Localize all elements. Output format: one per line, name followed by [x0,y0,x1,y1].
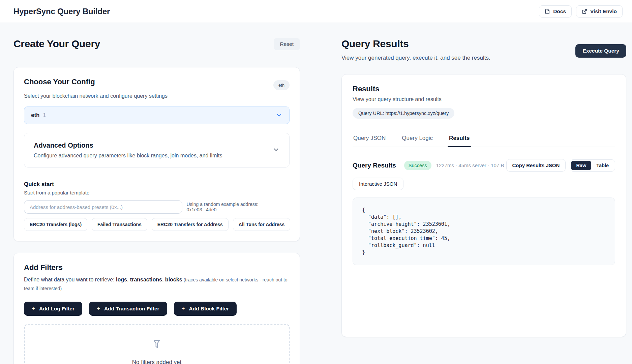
page-title-left: Create Your Query [13,37,100,50]
preset-buttons: ERC20 Transfers (logs) Failed Transactio… [24,218,290,231]
network-select-chain-id: 1 [43,112,46,118]
query-stats: 1227ms · 45ms server · 107 B [436,162,504,168]
query-builder-column: Create Your Query Reset Choose Your Conf… [13,37,300,364]
status-badge: Success [404,161,431,170]
quick-start-subtitle: Start from a popular template [24,190,290,195]
add-block-filter-label: Add Block Filter [189,306,229,312]
config-card-subtitle: Select your blockchain network and confi… [24,93,290,99]
advanced-options-subtitle: Configure advanced query parameters like… [34,153,272,159]
plus-icon: + [32,306,35,311]
results-card-subtitle: View your query structure and results [353,96,615,102]
add-transaction-filter-button[interactable]: + Add Transaction Filter [89,302,167,316]
filters-description: Define what data you want to retrieve: l… [24,275,290,293]
address-hint: Using a random example address: 0x1e03..… [187,202,290,212]
external-link-icon [582,9,587,14]
docs-button-label: Docs [553,8,566,14]
filters-desc-sep1: , [127,277,130,282]
filter-buttons: + Add Log Filter + Add Transaction Filte… [24,302,290,316]
copy-results-json-button[interactable]: Copy Results JSON [506,159,566,172]
tab-results[interactable]: Results [448,135,470,147]
preset-all-txns-for-address[interactable]: All Txns for Address [233,218,290,231]
results-json-block: { "data": [], "archive_height": 23523601… [353,198,615,265]
query-results-column: Query Results View your generated query,… [341,37,626,364]
filters-desc-transactions: transactions [130,277,162,282]
app-title: HyperSync Query Builder [13,7,110,16]
add-block-filter-button[interactable]: + Add Block Filter [174,302,237,316]
results-card-title: Results [353,85,615,93]
add-log-filter-button[interactable]: + Add Log Filter [24,302,82,316]
filters-desc-sep2: , [162,277,165,282]
results-json-text: { "data": [], "archive_height": 23523601… [362,207,606,256]
add-transaction-filter-label: Add Transaction Filter [104,306,159,312]
query-results-section-title: Query Results [353,162,396,169]
plus-icon: + [97,306,100,311]
filters-empty-text: No filters added yet [132,359,181,364]
chevron-down-icon [276,112,282,119]
config-card: Choose Your Config eth Select your block… [13,67,300,241]
document-icon [545,9,550,14]
tab-query-logic[interactable]: Query Logic [401,135,433,147]
network-select-name: eth [31,112,40,119]
results-card: Results View your query structure and re… [341,74,626,337]
network-badge: eth [273,80,290,90]
docs-button[interactable]: Docs [539,5,572,18]
funnel-icon [150,338,163,352]
view-toggle-raw[interactable]: Raw [571,161,591,170]
filters-card-title: Add Filters [24,263,290,272]
filters-desc-blocks: blocks [165,277,182,282]
preset-failed-transactions[interactable]: Failed Transactions [92,218,147,231]
top-bar: HyperSync Query Builder Docs Visit Envio [0,0,632,23]
view-toggle-table[interactable]: Table [591,161,614,170]
filters-card: Add Filters Define what data you want to… [13,253,300,364]
tab-query-json[interactable]: Query JSON [353,135,386,147]
topbar-actions: Docs Visit Envio [539,5,623,18]
quick-start-title: Quick start [24,181,290,188]
reset-button[interactable]: Reset [274,38,300,50]
interactive-json-button[interactable]: Interactive JSON [353,178,403,190]
plus-icon: + [182,306,185,311]
network-select[interactable]: eth 1 [24,107,290,124]
chevron-down-icon [272,146,280,155]
main-content: Create Your Query Reset Choose Your Conf… [0,23,632,364]
query-results-subtitle: View your generated query, execute it, a… [341,55,490,61]
advanced-options-title: Advanced Options [34,142,272,149]
preset-erc20-transfers-for-address[interactable]: ERC20 Transfers for Address [152,218,229,231]
visit-envio-button-label: Visit Envio [590,8,617,14]
results-tabs: Query JSON Query Logic Results [353,135,615,147]
config-card-title: Choose Your Config [24,78,95,86]
filters-desc-logs: logs [116,277,127,282]
filters-empty-state: No filters added yet [24,324,290,364]
query-url-badge: Query URL: https://1.hypersync.xyz/query [353,108,454,119]
add-log-filter-label: Add Log Filter [39,306,74,312]
column-gap [300,37,341,364]
preset-erc20-transfers-logs[interactable]: ERC20 Transfers (logs) [24,218,87,231]
address-input[interactable] [24,200,182,214]
execute-query-button[interactable]: Execute Query [575,44,626,58]
page-title-right: Query Results [341,37,490,50]
filters-desc-prefix: Define what data you want to retrieve: [24,277,116,282]
visit-envio-button[interactable]: Visit Envio [576,5,623,18]
advanced-options-toggle[interactable]: Advanced Options Configure advanced quer… [24,133,290,168]
view-toggle: Raw Table [570,159,615,172]
